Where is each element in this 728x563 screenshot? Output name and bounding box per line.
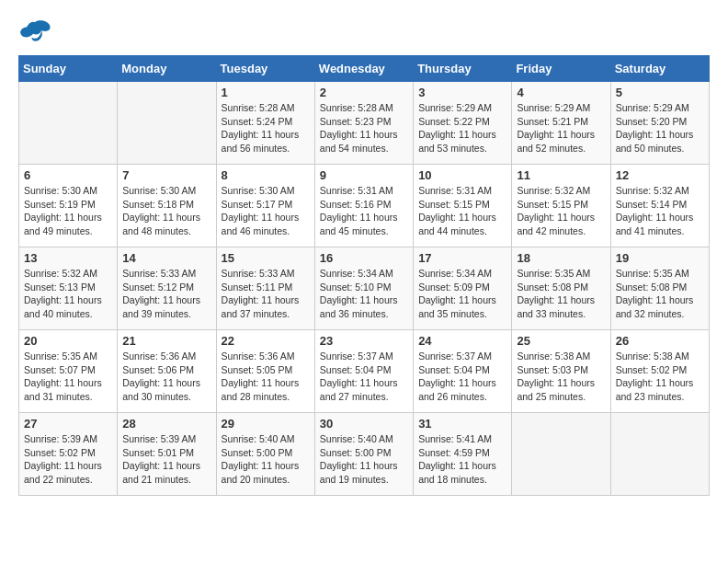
day-info: Sunrise: 5:32 AM Sunset: 5:13 PM Dayligh… [24,267,112,321]
calendar-cell: 10Sunrise: 5:31 AM Sunset: 5:15 PM Dayli… [414,165,512,247]
calendar-cell: 16Sunrise: 5:34 AM Sunset: 5:10 PM Dayli… [314,247,413,330]
day-number: 30 [320,417,408,431]
column-header-sunday: Sunday [19,56,118,82]
calendar-cell: 7Sunrise: 5:30 AM Sunset: 5:18 PM Daylig… [118,165,216,247]
header-row: SundayMondayTuesdayWednesdayThursdayFrid… [19,56,710,82]
logo [18,18,55,46]
calendar-cell: 29Sunrise: 5:40 AM Sunset: 5:00 PM Dayli… [216,413,314,496]
calendar-cell: 19Sunrise: 5:35 AM Sunset: 5:08 PM Dayli… [610,247,709,330]
calendar-cell: 5Sunrise: 5:29 AM Sunset: 5:20 PM Daylig… [610,82,709,165]
day-number: 8 [222,168,310,182]
week-row-3: 13Sunrise: 5:32 AM Sunset: 5:13 PM Dayli… [19,247,710,330]
day-info: Sunrise: 5:29 AM Sunset: 5:21 PM Dayligh… [517,101,605,155]
calendar-cell: 4Sunrise: 5:29 AM Sunset: 5:21 PM Daylig… [512,82,610,165]
day-info: Sunrise: 5:39 AM Sunset: 5:02 PM Dayligh… [24,432,112,487]
day-number: 27 [24,417,112,431]
day-info: Sunrise: 5:41 AM Sunset: 4:59 PM Dayligh… [418,432,506,487]
day-info: Sunrise: 5:29 AM Sunset: 5:22 PM Dayligh… [418,101,506,155]
day-info: Sunrise: 5:32 AM Sunset: 5:15 PM Dayligh… [517,184,605,238]
day-info: Sunrise: 5:33 AM Sunset: 5:12 PM Dayligh… [122,267,210,321]
day-info: Sunrise: 5:29 AM Sunset: 5:20 PM Dayligh… [616,101,704,155]
day-number: 10 [418,168,506,182]
calendar-cell [19,82,118,165]
calendar-cell: 13Sunrise: 5:32 AM Sunset: 5:13 PM Dayli… [19,247,118,330]
day-number: 21 [122,334,210,348]
calendar-cell: 20Sunrise: 5:35 AM Sunset: 5:07 PM Dayli… [19,330,118,413]
day-info: Sunrise: 5:28 AM Sunset: 5:24 PM Dayligh… [222,101,310,155]
calendar-cell [118,82,216,165]
day-number: 31 [418,417,506,431]
day-number: 4 [517,86,605,99]
day-info: Sunrise: 5:35 AM Sunset: 5:08 PM Dayligh… [517,267,605,321]
calendar-cell: 23Sunrise: 5:37 AM Sunset: 5:04 PM Dayli… [314,330,413,413]
day-info: Sunrise: 5:37 AM Sunset: 5:04 PM Dayligh… [418,350,506,404]
page-header [18,18,710,46]
calendar-cell: 8Sunrise: 5:30 AM Sunset: 5:17 PM Daylig… [216,165,314,247]
column-header-monday: Monday [118,56,216,82]
column-header-saturday: Saturday [610,56,709,82]
calendar-cell: 2Sunrise: 5:28 AM Sunset: 5:23 PM Daylig… [314,82,413,165]
day-number: 6 [24,168,112,182]
day-info: Sunrise: 5:31 AM Sunset: 5:15 PM Dayligh… [418,184,506,238]
day-number: 23 [320,334,408,348]
calendar-cell: 25Sunrise: 5:38 AM Sunset: 5:03 PM Dayli… [512,330,610,413]
day-info: Sunrise: 5:36 AM Sunset: 5:06 PM Dayligh… [122,350,210,404]
calendar-cell: 14Sunrise: 5:33 AM Sunset: 5:12 PM Dayli… [118,247,216,330]
column-header-thursday: Thursday [414,56,512,82]
day-number: 28 [122,417,210,431]
calendar-cell: 15Sunrise: 5:33 AM Sunset: 5:11 PM Dayli… [216,247,314,330]
calendar-cell: 26Sunrise: 5:38 AM Sunset: 5:02 PM Dayli… [610,330,709,413]
calendar-cell: 17Sunrise: 5:34 AM Sunset: 5:09 PM Dayli… [414,247,512,330]
day-number: 20 [24,334,112,348]
day-number: 12 [616,168,704,182]
day-number: 24 [418,334,506,348]
calendar-cell: 1Sunrise: 5:28 AM Sunset: 5:24 PM Daylig… [216,82,314,165]
day-number: 15 [222,251,310,265]
day-number: 14 [122,251,210,265]
day-info: Sunrise: 5:30 AM Sunset: 5:19 PM Dayligh… [24,184,112,238]
day-number: 5 [616,86,704,99]
day-info: Sunrise: 5:35 AM Sunset: 5:08 PM Dayligh… [616,267,704,321]
day-number: 18 [517,251,605,265]
day-number: 17 [418,251,506,265]
day-info: Sunrise: 5:36 AM Sunset: 5:05 PM Dayligh… [222,350,310,404]
day-info: Sunrise: 5:39 AM Sunset: 5:01 PM Dayligh… [122,432,210,487]
day-info: Sunrise: 5:31 AM Sunset: 5:16 PM Dayligh… [320,184,408,238]
column-header-tuesday: Tuesday [216,56,314,82]
week-row-1: 1Sunrise: 5:28 AM Sunset: 5:24 PM Daylig… [19,82,710,165]
day-info: Sunrise: 5:34 AM Sunset: 5:10 PM Dayligh… [320,267,408,321]
calendar-table: SundayMondayTuesdayWednesdayThursdayFrid… [18,55,710,496]
calendar-cell: 27Sunrise: 5:39 AM Sunset: 5:02 PM Dayli… [19,413,118,496]
day-number: 29 [222,417,310,431]
day-number: 16 [320,251,408,265]
calendar-cell [610,413,709,496]
day-info: Sunrise: 5:30 AM Sunset: 5:18 PM Dayligh… [122,184,210,238]
day-number: 19 [616,251,704,265]
week-row-4: 20Sunrise: 5:35 AM Sunset: 5:07 PM Dayli… [19,330,710,413]
day-number: 13 [24,251,112,265]
calendar-cell: 9Sunrise: 5:31 AM Sunset: 5:16 PM Daylig… [314,165,413,247]
logo-icon [18,18,51,46]
calendar-cell: 3Sunrise: 5:29 AM Sunset: 5:22 PM Daylig… [414,82,512,165]
day-number: 26 [616,334,704,348]
day-number: 11 [517,168,605,182]
calendar-cell: 6Sunrise: 5:30 AM Sunset: 5:19 PM Daylig… [19,165,118,247]
day-number: 3 [418,86,506,99]
day-number: 1 [222,86,310,99]
day-info: Sunrise: 5:38 AM Sunset: 5:02 PM Dayligh… [616,350,704,404]
day-info: Sunrise: 5:37 AM Sunset: 5:04 PM Dayligh… [320,350,408,404]
day-number: 9 [320,168,408,182]
day-info: Sunrise: 5:28 AM Sunset: 5:23 PM Dayligh… [320,101,408,155]
calendar-cell: 18Sunrise: 5:35 AM Sunset: 5:08 PM Dayli… [512,247,610,330]
calendar-cell: 11Sunrise: 5:32 AM Sunset: 5:15 PM Dayli… [512,165,610,247]
day-info: Sunrise: 5:35 AM Sunset: 5:07 PM Dayligh… [24,350,112,404]
day-number: 2 [320,86,408,99]
day-number: 7 [122,168,210,182]
day-info: Sunrise: 5:33 AM Sunset: 5:11 PM Dayligh… [222,267,310,321]
day-info: Sunrise: 5:40 AM Sunset: 5:00 PM Dayligh… [222,432,310,487]
calendar-cell: 28Sunrise: 5:39 AM Sunset: 5:01 PM Dayli… [118,413,216,496]
day-info: Sunrise: 5:38 AM Sunset: 5:03 PM Dayligh… [517,350,605,404]
day-info: Sunrise: 5:34 AM Sunset: 5:09 PM Dayligh… [418,267,506,321]
column-header-friday: Friday [512,56,610,82]
calendar-cell: 24Sunrise: 5:37 AM Sunset: 5:04 PM Dayli… [414,330,512,413]
